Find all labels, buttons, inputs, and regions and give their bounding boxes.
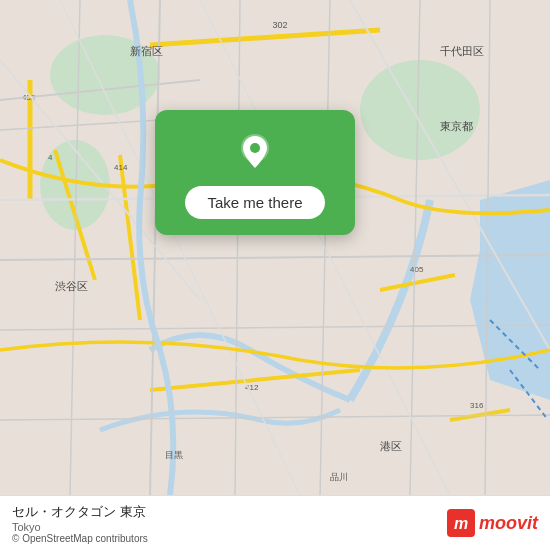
svg-text:302: 302	[272, 20, 287, 30]
take-me-there-button[interactable]: Take me there	[185, 186, 324, 219]
svg-text:東京都: 東京都	[440, 120, 473, 132]
svg-text:414: 414	[114, 163, 128, 172]
svg-text:港区: 港区	[380, 440, 402, 452]
svg-point-45	[250, 143, 260, 153]
svg-text:品川: 品川	[330, 472, 348, 482]
svg-text:4: 4	[48, 153, 53, 162]
svg-point-2	[360, 60, 480, 160]
svg-text:405: 405	[410, 265, 424, 274]
moovit-text-label: moovit	[479, 513, 538, 534]
moovit-logo: m moovit	[447, 509, 538, 537]
place-city: Tokyo	[12, 521, 447, 533]
bottom-bar: セル・オクタゴン 東京 Tokyo © OpenStreetMap contri…	[0, 495, 550, 550]
bottom-content: セル・オクタゴン 東京 Tokyo © OpenStreetMap contri…	[12, 503, 447, 544]
svg-text:316: 316	[470, 401, 484, 410]
moovit-m-icon: m	[447, 509, 475, 537]
svg-text:m: m	[454, 515, 468, 532]
osm-credit: © OpenStreetMap contributors	[12, 533, 447, 544]
map-background: 302 432 4 414 412 405 316	[0, 0, 550, 495]
svg-text:千代田区: 千代田区	[440, 45, 484, 57]
place-name: セル・オクタゴン 東京	[12, 503, 447, 521]
location-pin-icon	[233, 130, 277, 174]
svg-text:渋谷区: 渋谷区	[55, 280, 88, 292]
location-card: Take me there	[155, 110, 355, 235]
svg-text:目黒: 目黒	[165, 450, 183, 460]
map-container: 302 432 4 414 412 405 316	[0, 0, 550, 495]
svg-text:新宿区: 新宿区	[130, 45, 163, 57]
